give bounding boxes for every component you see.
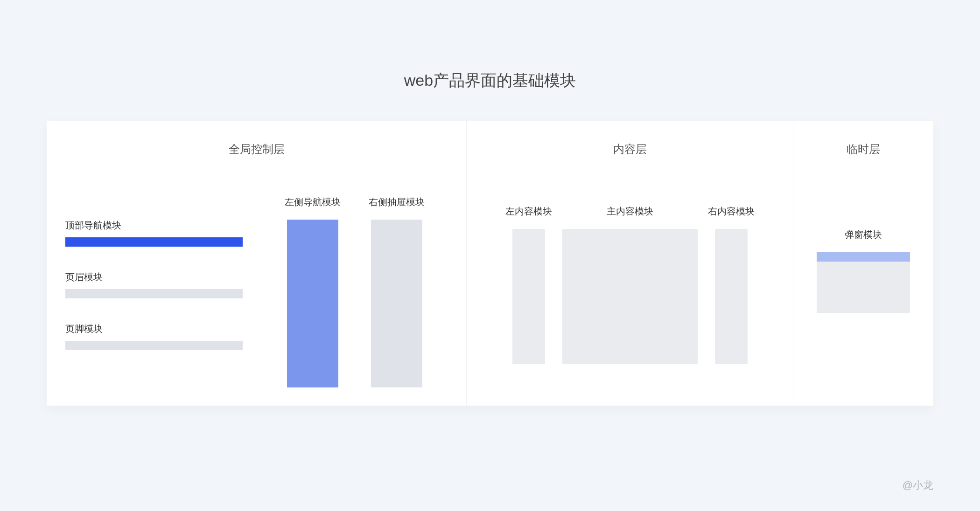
content-cols-group: 左内容模块 主内容模块 右内容模块: [495, 205, 765, 364]
column-body-content: 左内容模块 主内容模块 右内容模块: [467, 177, 793, 406]
column-header-content: 内容层: [467, 121, 793, 177]
module-label: 主内容模块: [562, 205, 698, 218]
column-body-temp: 弹窗模块: [793, 177, 933, 406]
module-label: 右侧抽屉模块: [369, 196, 425, 208]
module-right-content: 右内容模块: [708, 205, 755, 364]
module-card: 全局控制层 顶部导航模块 页眉模块 页脚模块 左侧导航模块: [47, 121, 933, 406]
vertical-cols-group: 左侧导航模块 右侧抽屉模块: [285, 196, 425, 387]
module-label: 顶部导航模块: [65, 219, 243, 232]
module-popup: 弹窗模块: [817, 228, 910, 313]
module-top-nav: 顶部导航模块: [65, 219, 243, 247]
column-temp: 临时层 弹窗模块: [793, 121, 933, 406]
module-main-content: 主内容模块: [562, 205, 698, 364]
module-shape-top-nav: [65, 237, 243, 247]
column-header-temp: 临时层: [793, 121, 933, 177]
module-left-nav: 左侧导航模块: [285, 196, 341, 387]
module-label: 左侧导航模块: [285, 196, 341, 208]
module-page-footer: 页脚模块: [65, 323, 243, 350]
column-content: 内容层 左内容模块 主内容模块 右内容模块: [467, 121, 793, 406]
module-label: 弹窗模块: [817, 228, 910, 241]
module-label: 右内容模块: [708, 205, 755, 218]
module-shape-page-footer: [65, 341, 243, 350]
module-right-drawer: 右侧抽屉模块: [369, 196, 425, 387]
page-title: web产品界面的基础模块: [0, 0, 980, 91]
module-shape-left-content: [512, 229, 545, 364]
module-shape-right-content: [715, 229, 748, 364]
module-label: 页脚模块: [65, 323, 243, 335]
column-global-control: 全局控制层 顶部导航模块 页眉模块 页脚模块 左侧导航模块: [47, 121, 467, 406]
horizontal-bars-group: 顶部导航模块 页眉模块 页脚模块: [65, 219, 243, 374]
module-page-header: 页眉模块: [65, 271, 243, 298]
column-body-global: 顶部导航模块 页眉模块 页脚模块 左侧导航模块 右侧抽屉模: [47, 177, 466, 406]
module-shape-right-drawer: [371, 220, 422, 387]
module-left-content: 左内容模块: [505, 205, 552, 364]
module-shape-page-header: [65, 289, 243, 298]
module-label: 左内容模块: [505, 205, 552, 218]
author-credit: @小龙: [903, 478, 933, 492]
module-shape-left-nav: [287, 220, 338, 387]
column-header-global: 全局控制层: [47, 121, 466, 177]
module-shape-popup: [817, 252, 910, 313]
module-label: 页眉模块: [65, 271, 243, 283]
module-shape-main-content: [562, 229, 698, 364]
